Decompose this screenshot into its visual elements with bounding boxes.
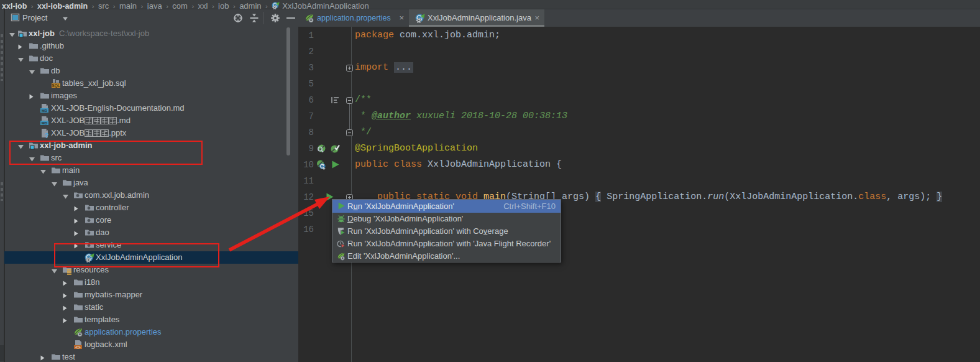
svg-text:MD: MD — [42, 108, 48, 113]
svg-text:MD: MD — [42, 121, 48, 125]
svg-text:?: ? — [45, 132, 49, 139]
svg-text:SQL: SQL — [52, 83, 60, 88]
svg-text:<>: <> — [75, 345, 80, 350]
